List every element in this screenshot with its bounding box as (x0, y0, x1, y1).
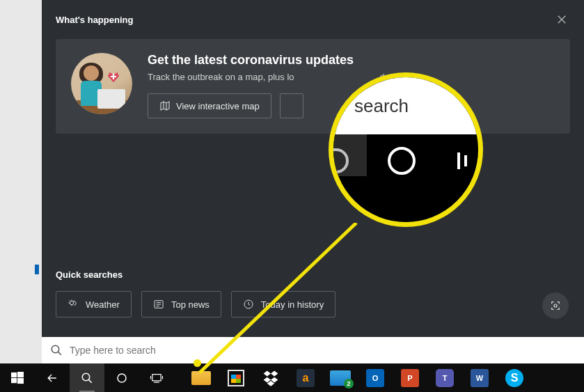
panel-header: What's happening (42, 0, 584, 35)
back-button[interactable] (35, 363, 70, 392)
mail-icon: 2 (330, 370, 351, 386)
svg-point-9 (82, 373, 90, 381)
skype-button[interactable]: S (497, 363, 532, 392)
search-taskbar-button[interactable] (70, 363, 104, 392)
close-button[interactable] (552, 10, 571, 29)
svg-rect-8 (17, 378, 24, 384)
skype-icon: S (505, 369, 523, 387)
svg-rect-7 (11, 378, 17, 383)
cortana-icon (116, 372, 128, 384)
windows-icon (11, 372, 24, 384)
svg-point-10 (118, 374, 126, 382)
folder-icon (191, 371, 211, 385)
dropbox-button[interactable] (253, 363, 288, 392)
desc-prefix: Track the outbreak on a map, plus lo (148, 72, 294, 82)
svg-rect-11 (152, 374, 161, 380)
outlook-button[interactable]: O (358, 363, 393, 392)
search-box[interactable] (42, 337, 584, 363)
powerpoint-button[interactable]: P (393, 363, 427, 392)
start-button[interactable] (0, 363, 35, 392)
outlook-icon: O (366, 369, 384, 387)
dropbox-icon (262, 369, 280, 387)
quick-searches-row: Weather Top news Today in history (56, 291, 336, 317)
today-label: Today in history (261, 299, 324, 310)
magnified-taskview-icon (457, 148, 474, 173)
callout-dot (194, 359, 201, 367)
teams-button[interactable]: T (427, 363, 462, 392)
close-icon (557, 15, 567, 24)
search-input[interactable] (70, 345, 576, 356)
svg-point-0 (70, 301, 73, 304)
word-icon: W (471, 369, 489, 387)
news-icon (153, 299, 164, 310)
scan-icon (550, 300, 561, 311)
magnified-search-text: search (354, 95, 409, 117)
weather-icon (68, 299, 79, 310)
taskbar: a 2 O P T W S (0, 363, 584, 392)
cortana-button[interactable] (104, 363, 139, 392)
promo-title: Get the latest coronavirus updates (148, 53, 555, 68)
promo-card: Get the latest coronavirus updates Track… (56, 39, 570, 134)
file-explorer-button[interactable] (184, 363, 219, 392)
magnified-cortana-icon (388, 147, 416, 175)
search-icon (50, 344, 63, 356)
window-edge (0, 0, 42, 363)
taskview-button[interactable] (139, 363, 174, 392)
clock-icon (243, 299, 254, 310)
teams-icon: T (436, 369, 454, 387)
weather-label: Weather (86, 299, 120, 310)
magnifier-callout: search (329, 72, 483, 227)
weather-chip[interactable]: Weather (56, 291, 132, 317)
visual-search-button[interactable] (542, 292, 569, 319)
store-icon (228, 370, 244, 386)
word-button[interactable]: W (462, 363, 497, 392)
svg-rect-5 (11, 372, 17, 377)
view-map-button[interactable]: View interactive map (148, 93, 271, 118)
view-map-label: View interactive map (176, 101, 260, 111)
search-icon (81, 372, 93, 384)
whats-happening-title: What's happening (56, 15, 133, 25)
taskview-icon (150, 372, 164, 384)
amazon-icon: a (297, 369, 315, 387)
svg-point-4 (52, 345, 59, 353)
map-icon (159, 100, 171, 111)
mail-button[interactable]: 2 (323, 363, 358, 392)
promo-illustration (71, 53, 132, 114)
amazon-button[interactable]: a (288, 363, 323, 392)
search-panel: What's happening Get the latest coronavi… (42, 0, 584, 337)
promo-description: Track the outbreak on a map, plus local … (148, 72, 555, 82)
accent-mark (35, 265, 39, 274)
quick-searches-title: Quick searches (42, 269, 136, 280)
promo-secondary-button[interactable] (280, 93, 303, 118)
store-button[interactable] (219, 363, 253, 392)
topnews-label: Top news (171, 299, 210, 310)
svg-rect-6 (17, 372, 24, 377)
svg-point-3 (554, 304, 557, 307)
powerpoint-icon: P (401, 369, 419, 387)
back-icon (45, 371, 59, 385)
mail-badge: 2 (344, 379, 354, 389)
topnews-chip[interactable]: Top news (141, 291, 221, 317)
today-history-chip[interactable]: Today in history (231, 291, 336, 317)
